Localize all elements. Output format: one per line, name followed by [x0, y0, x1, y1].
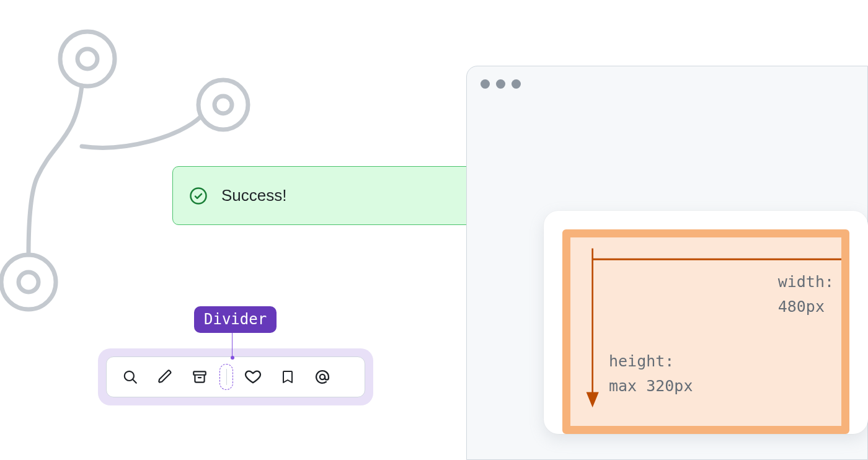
svg-point-6: [191, 188, 206, 203]
mention-icon[interactable]: [305, 360, 340, 394]
dimension-card: width: 480px height: max 320px: [544, 211, 868, 434]
height-dimension-label: height: max 320px: [609, 349, 693, 399]
divider-label-text: Divider: [204, 311, 267, 328]
browser-titlebar: [467, 66, 867, 101]
check-circle-icon: [188, 185, 209, 206]
toolbar-divider: [217, 360, 236, 394]
success-toast: Success!: [172, 166, 501, 225]
svg-point-9: [320, 374, 325, 379]
archive-icon[interactable]: [182, 360, 217, 394]
label-connector-line: [232, 331, 232, 357]
label-connector-dot: [231, 356, 234, 360]
dimension-box: width: 480px height: max 320px: [562, 229, 849, 434]
pencil-icon[interactable]: [148, 360, 182, 394]
svg-point-1: [78, 49, 97, 69]
svg-point-3: [215, 96, 232, 113]
width-dimension-label: width: 480px: [778, 270, 834, 319]
bookmark-icon[interactable]: [270, 360, 305, 394]
action-toolbar: [106, 356, 365, 397]
traffic-light-icon: [512, 79, 521, 89]
traffic-light-icon: [480, 79, 490, 89]
search-icon[interactable]: [113, 360, 148, 394]
svg-point-4: [1, 255, 56, 309]
svg-point-5: [19, 272, 38, 292]
svg-point-2: [198, 80, 248, 130]
heart-icon[interactable]: [236, 360, 270, 394]
traffic-light-icon: [496, 79, 505, 89]
svg-point-0: [60, 32, 115, 86]
toolbar-selection-wrapper: [98, 348, 373, 405]
svg-marker-12: [588, 393, 598, 405]
toast-message: Success!: [221, 186, 456, 205]
svg-rect-8: [193, 371, 206, 374]
divider-label-badge: Divider: [194, 306, 277, 333]
